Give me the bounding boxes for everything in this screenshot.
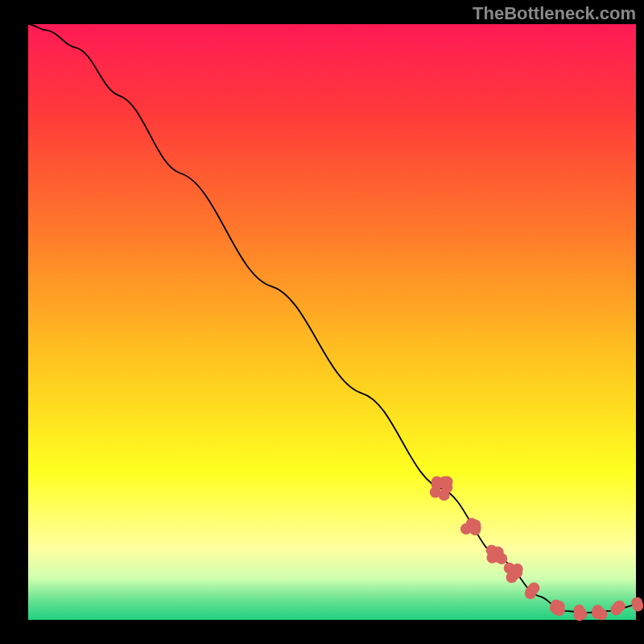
chart-container bbox=[0, 0, 644, 644]
data-point bbox=[442, 477, 453, 488]
data-point bbox=[439, 489, 450, 501]
data-point bbox=[528, 582, 539, 593]
plot-background bbox=[28, 24, 636, 620]
data-point bbox=[469, 524, 481, 535]
data-point bbox=[554, 601, 565, 612]
watermark-text: TheBottleneck.com bbox=[473, 3, 636, 24]
data-point bbox=[592, 608, 603, 619]
chart-svg bbox=[0, 0, 644, 644]
data-point bbox=[509, 569, 520, 580]
data-point bbox=[614, 601, 625, 612]
data-point bbox=[496, 553, 507, 564]
data-point bbox=[574, 609, 585, 621]
data-point bbox=[632, 600, 643, 611]
